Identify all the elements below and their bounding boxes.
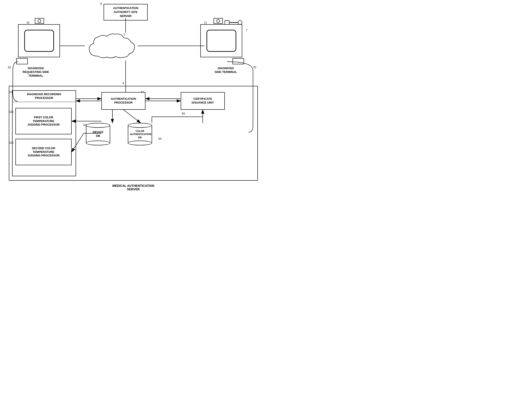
diag-req-terminal (18, 24, 60, 57)
first-color-temp-label: FIRST COLORTEMPERATUREJUDGING PROCESSOR (28, 116, 60, 127)
diag-side-label: DIAGNOSISSIDE TERMINAL (204, 66, 247, 74)
diagram-container: 9 AUTHENTICATIONAUTHORITY SITESERVER 1 3… (0, 0, 266, 198)
camera-req (35, 18, 44, 24)
key-stem (229, 22, 238, 23)
color-auth-db-bottom (128, 141, 152, 145)
auth-proc-label: AUTHENTICATIONPROCESSOR (111, 97, 136, 105)
printer-req (16, 58, 28, 64)
label-33: 33 (8, 66, 11, 69)
printer-side (233, 58, 244, 64)
label-9: 9 (100, 2, 102, 5)
key-head (225, 20, 229, 25)
diag-recording-title: DIAGNOSIS RECORDINGPROCESSOR (13, 91, 76, 102)
label-31: 31 (27, 21, 29, 24)
second-color-temp-box: SECOND COLORTEMPERATUREJUDGING PROCESSOR (15, 139, 72, 165)
first-color-temp-box: FIRST COLORTEMPERATUREJUDGING PROCESSOR (15, 108, 72, 134)
screen-side (206, 30, 236, 52)
color-auth-db-body: COLORAUTHENTICATIONDB (128, 125, 152, 143)
diag-req-label: DIAGNOSISREQUESTING SIDETERMINAL (14, 66, 57, 78)
label-521: 521 (9, 110, 14, 114)
device-db-body: DEVICEDB (86, 125, 110, 143)
camera-side (214, 18, 223, 24)
auth-proc-box: AUTHENTICATIONPROCESSOR (101, 92, 145, 110)
label-75: 75 (253, 66, 256, 69)
device-db-bottom (86, 141, 110, 145)
diag-side-terminal (200, 24, 242, 57)
label-5: 5 (122, 82, 124, 85)
label-7: 7 (246, 29, 248, 32)
device-db-cylinder: DEVICEDB (86, 123, 110, 145)
color-auth-db-top (128, 123, 152, 128)
label-55: 55 (182, 112, 185, 115)
monitor-side (200, 24, 242, 57)
label-54: 54 (158, 137, 161, 140)
label-52: 52 (9, 90, 12, 94)
label-71: 71 (204, 21, 207, 24)
monitor-req (18, 24, 60, 57)
color-auth-db-cylinder: COLORAUTHENTICATIONDB (128, 123, 152, 145)
screen-req (24, 30, 54, 52)
device-db-top (86, 123, 110, 128)
cert-issuance-label: CERTIFICATEISSUANCE UNIT (192, 97, 214, 105)
auth-server-box: AUTHENTICATIONAUTHORITY SITESERVER (104, 4, 148, 21)
key-ring (238, 20, 242, 25)
cloud-shape (85, 32, 138, 60)
color-auth-db-wrapper: COLORAUTHENTICATIONDB (128, 123, 152, 145)
device-db-label: DEVICEDB (88, 130, 108, 138)
camera-lens-req (38, 19, 41, 23)
camera-lens-side (216, 19, 220, 23)
auth-server-label: AUTHENTICATIONAUTHORITY SITESERVER (105, 6, 146, 18)
medical-server-label: MEDICAL AUTHENTICATIONSERVER (9, 184, 258, 191)
second-color-temp-label: SECOND COLORTEMPERATUREJUDGING PROCESSOR (28, 147, 60, 158)
label-522: 522 (9, 141, 14, 144)
key-accessory (225, 20, 242, 25)
color-auth-db-label: COLORAUTHENTICATIONDB (130, 130, 150, 139)
cert-issuance-box: CERTIFICATEISSUANCE UNIT (181, 92, 225, 110)
device-db-wrapper: DEVICEDB (86, 123, 110, 145)
